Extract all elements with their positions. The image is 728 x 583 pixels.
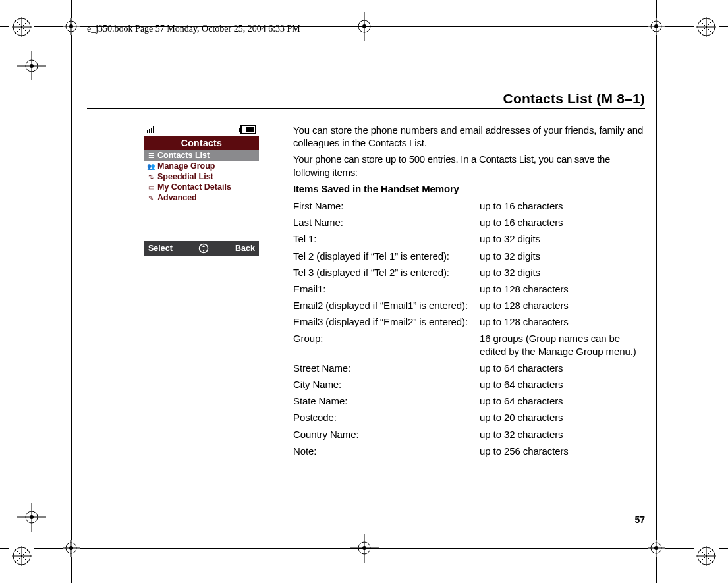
- page-number: 57: [634, 514, 645, 525]
- crop-mark-icon: [63, 540, 80, 557]
- speeddial-icon: ⇅: [146, 173, 155, 180]
- table-row: Tel 3 (displayed if “Tel 2” is entered):…: [293, 264, 645, 281]
- item-label: Group:: [293, 330, 480, 359]
- item-value: up to 32 digits: [480, 231, 645, 247]
- table-row: Email1:up to 128 characters: [293, 281, 645, 297]
- phone-menu-label: Advanced: [157, 193, 197, 202]
- table-row: Note:up to 256 characters: [293, 443, 645, 459]
- item-value: up to 32 digits: [480, 248, 645, 264]
- item-label: Email3 (displayed if “Email2” is entered…: [293, 314, 480, 330]
- table-row: State Name:up to 64 characters: [293, 393, 645, 409]
- list-icon: ☰: [146, 152, 155, 159]
- battery-icon: [240, 125, 256, 134]
- item-value: up to 64 characters: [480, 393, 645, 409]
- item-label: Tel 2 (displayed if “Tel 1” is entered):: [293, 248, 480, 264]
- register-mark-icon: [9, 543, 34, 569]
- item-value: 16 groups (Group names can be edited by …: [480, 330, 645, 359]
- intro-paragraph: You can store the phone numbers and emai…: [293, 124, 645, 149]
- item-label: Country Name:: [293, 426, 480, 443]
- phone-screenshot: Contacts ☰ Contacts List 👥 Manage Group …: [144, 124, 259, 256]
- table-row: Group:16 groups (Group names can be edit…: [293, 330, 645, 359]
- softkey-left: Select: [148, 244, 173, 253]
- item-label: Note:: [293, 443, 480, 459]
- intro-paragraph: Your phone can store up to 500 entries. …: [293, 153, 645, 178]
- group-icon: 👥: [146, 163, 155, 170]
- item-value: up to 128 characters: [480, 297, 645, 314]
- phone-softkeys: Select Back: [144, 241, 259, 256]
- crosshair-icon: [350, 12, 379, 41]
- table-row: Email3 (displayed if “Email2” is entered…: [293, 314, 645, 330]
- nav-icon: [198, 243, 209, 254]
- item-value: up to 64 characters: [480, 376, 645, 393]
- register-mark-icon: [694, 543, 719, 569]
- item-value: up to 20 characters: [480, 409, 645, 426]
- signal-icon: [147, 126, 154, 133]
- svg-point-43: [30, 515, 34, 519]
- body-text: You can store the phone numbers and emai…: [293, 124, 645, 459]
- item-value: up to 16 characters: [480, 214, 645, 231]
- crop-line-right: [656, 0, 657, 583]
- item-value: up to 32 characters: [480, 426, 645, 443]
- table-row: First Name:up to 16 characters: [293, 198, 645, 214]
- table-row: Street Name:up to 64 characters: [293, 360, 645, 376]
- item-label: Tel 1:: [293, 231, 480, 247]
- phone-menu-item: 👥 Manage Group: [144, 161, 259, 171]
- table-row: Country Name:up to 32 characters: [293, 426, 645, 443]
- svg-point-47: [362, 24, 366, 28]
- crosshair-icon: [17, 503, 46, 532]
- table-row: Postcode:up to 20 characters: [293, 409, 645, 426]
- phone-menu-label: Manage Group: [157, 161, 215, 171]
- card-icon: ▭: [146, 184, 155, 191]
- crop-line-left: [71, 0, 72, 583]
- svg-marker-54: [202, 250, 205, 252]
- title-rule: [87, 108, 645, 109]
- item-label: Last Name:: [293, 214, 480, 231]
- phone-statusbar: [144, 124, 259, 136]
- crosshair-icon: [350, 534, 379, 563]
- crop-mark-icon: [648, 18, 665, 35]
- phone-titlebar: Contacts: [144, 136, 259, 150]
- phone-menu-item: ⇅ Speeddial List: [144, 171, 259, 182]
- item-label: Email1:: [293, 281, 480, 297]
- item-value: up to 64 characters: [480, 360, 645, 376]
- advanced-icon: ✎: [146, 194, 155, 202]
- crosshair-icon: [17, 51, 46, 80]
- item-value: up to 256 characters: [480, 443, 645, 459]
- item-value: up to 128 characters: [480, 281, 645, 297]
- page-title: Contacts List (M 8–1): [503, 91, 645, 107]
- phone-menu-item: ✎ Advanced: [144, 192, 259, 203]
- table-row: Tel 2 (displayed if “Tel 1” is entered):…: [293, 248, 645, 264]
- item-label: Email2 (displayed if “Email1” is entered…: [293, 297, 480, 314]
- item-label: Street Name:: [293, 360, 480, 376]
- softkey-right: Back: [235, 244, 255, 253]
- svg-marker-53: [202, 245, 205, 247]
- item-label: City Name:: [293, 376, 480, 393]
- phone-menu-label: My Contact Details: [157, 182, 231, 192]
- phone-menu-label: Speeddial List: [157, 172, 213, 181]
- phone-menu-label: Contacts List: [157, 151, 210, 160]
- table-row: Email2 (displayed if “Email1” is entered…: [293, 297, 645, 314]
- phone-menu-item: ☰ Contacts List: [144, 150, 259, 161]
- items-table: First Name:up to 16 charactersLast Name:…: [293, 198, 645, 459]
- svg-point-39: [30, 64, 34, 68]
- item-label: State Name:: [293, 393, 480, 409]
- header-note: e_j350.book Page 57 Monday, October 25, …: [87, 24, 300, 34]
- svg-point-51: [362, 546, 366, 550]
- phone-menu-item: ▭ My Contact Details: [144, 182, 259, 192]
- table-row: City Name:up to 64 characters: [293, 376, 645, 393]
- register-mark-icon: [694, 14, 719, 40]
- register-mark-icon: [9, 14, 34, 40]
- phone-menu: ☰ Contacts List 👥 Manage Group ⇅ Speeddi…: [144, 150, 259, 241]
- item-value: up to 128 characters: [480, 314, 645, 330]
- item-label: Tel 3 (displayed if “Tel 2” is entered):: [293, 264, 480, 281]
- crop-mark-icon: [63, 18, 80, 35]
- crop-mark-icon: [648, 540, 665, 557]
- items-heading: Items Saved in the Handset Memory: [293, 182, 645, 195]
- item-value: up to 16 characters: [480, 198, 645, 214]
- item-label: First Name:: [293, 198, 480, 214]
- item-label: Postcode:: [293, 409, 480, 426]
- item-value: up to 32 digits: [480, 264, 645, 281]
- table-row: Tel 1:up to 32 digits: [293, 231, 645, 247]
- table-row: Last Name:up to 16 characters: [293, 214, 645, 231]
